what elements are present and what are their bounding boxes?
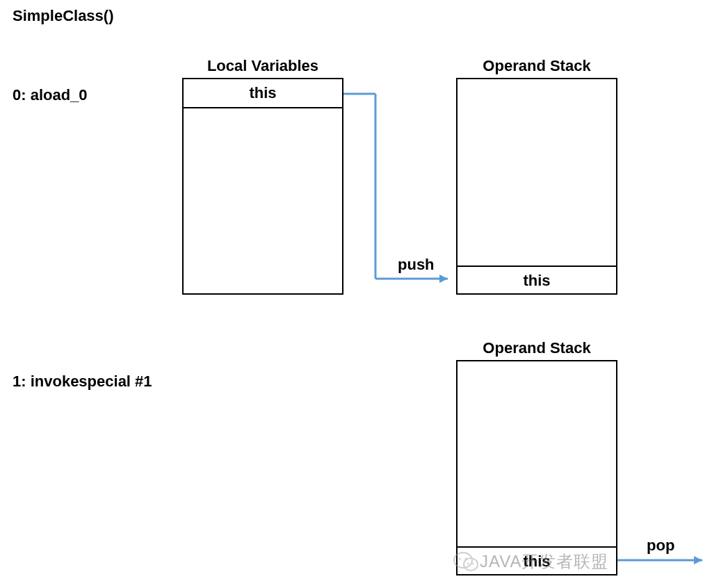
svg-point-9 [464,557,467,560]
local-variables-box: this [182,78,343,295]
instruction-0: 0: aload_0 [13,86,88,104]
instruction-1: 1: invokespecial #1 [13,373,152,391]
svg-marker-5 [694,556,702,564]
watermark-text: JAVA开发者联盟 [480,550,608,573]
operand-stack-1-title: Operand Stack [456,57,617,75]
pop-label: pop [647,537,674,555]
push-label: push [398,256,435,274]
diagram-title: SimpleClass() [13,7,114,25]
operand-stack-2-title: Operand Stack [456,339,617,357]
local-variables-title: Local Variables [182,57,343,75]
svg-point-8 [458,557,460,560]
svg-point-10 [467,563,469,565]
svg-point-11 [472,563,474,565]
operand-stack-2-box: this [456,360,617,575]
svg-point-6 [454,553,472,568]
svg-marker-3 [439,275,448,283]
wechat-icon [452,549,480,574]
operand-stack-1-cell-this: this [458,266,616,295]
operand-stack-1-box: this [456,78,617,295]
local-variables-cell-this: this [184,79,342,108]
